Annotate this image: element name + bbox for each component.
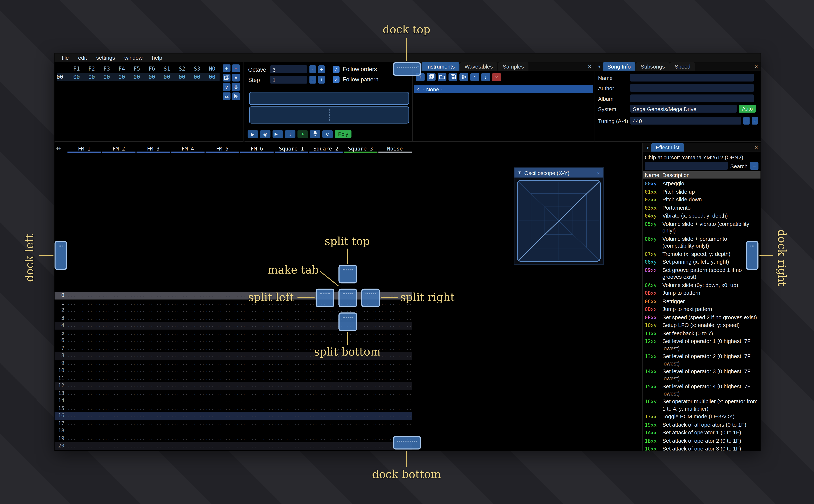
close-icon[interactable]: × (588, 62, 591, 71)
pattern-cell[interactable]: ... .. .. .. (136, 442, 170, 450)
octave-decrease-button[interactable]: - (309, 65, 316, 73)
pattern-cell[interactable]: ... .. .. .. (205, 322, 239, 329)
pattern-cell[interactable]: ... .. .. .. (240, 405, 274, 412)
pattern-cell[interactable]: ... .. .. .. (378, 344, 412, 352)
pattern-cell[interactable]: ... .. .. .. (205, 329, 239, 337)
pattern-cell[interactable]: ... .. .. .. (102, 337, 136, 344)
pattern-cell[interactable]: ... .. .. .. (136, 397, 170, 405)
pattern-cell[interactable]: ... .. .. .. (102, 359, 136, 367)
pattern-cell[interactable]: ... .. .. .. (170, 442, 205, 450)
pattern-cell[interactable]: ... .. .. .. (274, 322, 308, 329)
menu-item-settings[interactable]: settings (95, 55, 116, 61)
pattern-cell[interactable]: ... .. .. .. (343, 337, 378, 344)
pattern-cell[interactable]: ... .. .. .. (343, 397, 378, 405)
pattern-cell[interactable]: ... .. .. .. (102, 375, 136, 382)
pattern-cell[interactable]: ... .. .. .. (343, 390, 378, 397)
effect-row-11xx[interactable]: 11xxSet feedback (0 to 7) (643, 329, 761, 337)
orders-cell-f2[interactable]: 00 (84, 73, 99, 81)
pattern-cell[interactable]: ... .. .. .. (170, 397, 205, 405)
dock-target-split-left[interactable] (315, 289, 334, 307)
pattern-cell[interactable]: ... .. .. .. (136, 314, 170, 322)
collapse-icon[interactable]: ▼ (518, 170, 522, 175)
orders-row[interactable]: 0000000000000000000000 (57, 73, 219, 81)
channel-header-fm-6[interactable]: FM 6 (240, 144, 274, 153)
pattern-cell[interactable]: ... .. .. .. (67, 420, 101, 427)
pattern-cell[interactable]: ... .. .. .. (170, 359, 205, 367)
pattern-cell[interactable]: ... .. .. .. (378, 375, 412, 382)
pattern-cell[interactable]: ... .. .. .. (343, 427, 378, 435)
effect-row-02xx[interactable]: 02xxPitch slide down (643, 196, 761, 204)
pattern-cell[interactable]: ... .. .. .. (102, 435, 136, 442)
menu-item-edit[interactable]: edit (77, 55, 88, 61)
pattern-cell[interactable]: ... .. .. .. (170, 292, 205, 299)
pattern-cell[interactable]: ... .. .. .. (136, 299, 170, 307)
pattern-cell[interactable]: ... .. .. .. (274, 359, 308, 367)
pattern-cell[interactable]: ... .. .. .. (170, 314, 205, 322)
tab-subsongs[interactable]: Subsongs (636, 62, 670, 71)
orders-add-button[interactable]: + (223, 64, 230, 72)
step-play-button[interactable]: ▶▏ (273, 130, 283, 138)
effect-row-0bxx[interactable]: 0BxxJump to pattern (643, 289, 761, 297)
play-pattern-button[interactable]: ◉ (260, 130, 270, 138)
pattern-cell[interactable]: ... .. .. .. (343, 382, 378, 390)
effect-row-07xy[interactable]: 07xyTremolo (x: speed; y: depth) (643, 250, 761, 258)
pattern-cell[interactable]: ... .. .. .. (240, 382, 274, 390)
pattern-cell[interactable]: ... .. .. .. (240, 329, 274, 337)
pattern-cell[interactable]: ... .. .. .. (378, 450, 412, 451)
pattern-cell[interactable]: ... .. .. .. (205, 314, 239, 322)
pattern-cell[interactable]: ... .. .. .. (102, 427, 136, 435)
pattern-cell[interactable]: ... .. .. .. (102, 450, 136, 451)
input-system[interactable] (630, 105, 737, 113)
channel-header-fm-2[interactable]: FM 2 (102, 144, 136, 153)
close-icon[interactable]: × (755, 62, 758, 71)
pattern-cell[interactable]: ... .. .. .. (170, 375, 205, 382)
effect-search-input[interactable] (645, 162, 728, 170)
pattern-cell[interactable]: ... .. .. .. (205, 352, 239, 359)
instrument-duplicate-button[interactable] (427, 73, 436, 81)
dock-target-dock-left[interactable] (55, 241, 67, 270)
instrument-save-button[interactable] (449, 73, 457, 81)
pattern-cell[interactable]: ... .. .. .. (136, 435, 170, 442)
pattern-cell[interactable]: ... .. .. .. (274, 337, 308, 344)
pattern-cell[interactable]: ... .. .. .. (67, 382, 101, 390)
pattern-cell[interactable]: ... .. .. .. (274, 390, 308, 397)
pattern-cell[interactable]: ... .. .. .. (240, 344, 274, 352)
pattern-cell[interactable]: ... .. .. .. (205, 450, 239, 451)
pattern-cell[interactable]: ... .. .. .. (205, 390, 239, 397)
pattern-cell[interactable]: ... .. .. .. (308, 314, 343, 322)
pattern-cell[interactable]: ... .. .. .. (308, 359, 343, 367)
pattern-cell[interactable]: ... .. .. .. (308, 435, 343, 442)
pattern-cell[interactable]: ... .. .. .. (170, 435, 205, 442)
close-icon[interactable]: × (755, 143, 758, 152)
pattern-cell[interactable]: ... .. .. .. (308, 375, 343, 382)
pattern-cell[interactable]: ... .. .. .. (67, 397, 101, 405)
pattern-cell[interactable]: ... .. .. .. (205, 367, 239, 375)
pattern-cell[interactable]: ... .. .. .. (67, 329, 101, 337)
pattern-cell[interactable]: ... .. .. .. (205, 292, 239, 299)
orders-cell-no[interactable]: 00 (205, 73, 220, 81)
dock-target-split-top[interactable] (338, 265, 357, 283)
tab-samples[interactable]: Samples (498, 62, 529, 71)
pattern-cell[interactable]: ... .. .. .. (67, 322, 101, 329)
pattern-cell[interactable]: ... .. .. .. (102, 405, 136, 412)
pattern-cell[interactable]: ... .. .. .. (240, 367, 274, 375)
orders-edit-mode-button[interactable] (232, 92, 240, 100)
effect-row-10xy[interactable]: 10xySetup LFO (x: enable; y: speed) (643, 321, 761, 329)
pattern-cell[interactable]: ... .. .. .. (170, 307, 205, 314)
step-increase-button[interactable]: + (318, 76, 325, 83)
pattern-cell[interactable]: ... .. .. .. (102, 322, 136, 329)
follow-pattern-checkbox[interactable]: ✓ (333, 76, 339, 83)
pattern-cell[interactable]: ... .. .. .. (170, 390, 205, 397)
pattern-cell[interactable]: ... .. .. .. (205, 420, 239, 427)
pattern-cell[interactable]: ... .. .. .. (308, 390, 343, 397)
pattern-cell[interactable]: ... .. .. .. (378, 352, 412, 359)
pattern-cell[interactable]: ... .. .. .. (170, 405, 205, 412)
pattern-cell[interactable]: ... .. .. .. (308, 427, 343, 435)
step-decrease-button[interactable]: - (309, 76, 316, 83)
pattern-cell[interactable]: ... .. .. .. (205, 337, 239, 344)
tab-song-info[interactable]: Song Info (603, 62, 635, 71)
pattern-cell[interactable]: ... .. .. .. (136, 322, 170, 329)
pattern-cell[interactable]: ... .. .. .. (67, 427, 101, 435)
metronome-button[interactable] (310, 130, 320, 138)
pattern-cell[interactable]: ... .. .. .. (136, 352, 170, 359)
